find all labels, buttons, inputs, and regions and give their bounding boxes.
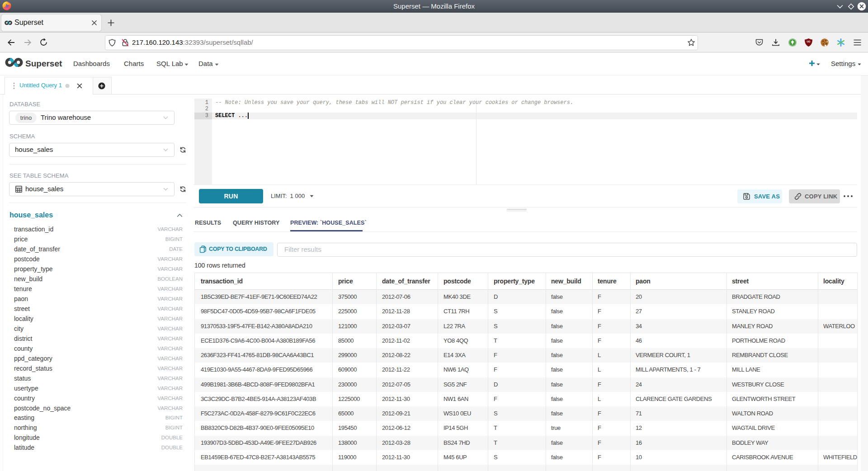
svg-text:UO: UO <box>807 40 811 43</box>
